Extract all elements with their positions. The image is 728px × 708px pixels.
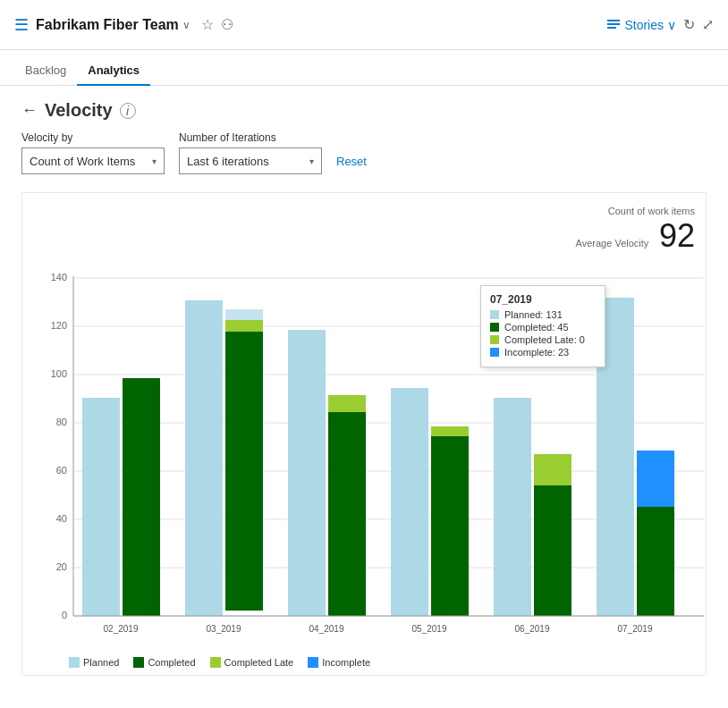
tooltip-completed-late-label: Completed Late: 0 bbox=[504, 334, 585, 345]
velocity-by-filter: Velocity by Count of Work Items ▾ bbox=[21, 131, 165, 174]
chart-legend: Planned Completed Completed Late Incompl… bbox=[33, 657, 695, 668]
bar-incomplete-03-2019 bbox=[225, 309, 263, 320]
tooltip-completed-late-swatch bbox=[490, 335, 499, 344]
iterations-label: Number of Iterations bbox=[179, 131, 322, 144]
bar-group-02-2019[interactable]: 02_2019 bbox=[82, 378, 160, 634]
svg-text:120: 120 bbox=[51, 320, 67, 331]
bar-completed-late-04-2019 bbox=[328, 395, 366, 412]
tooltip-row-planned: Planned: 131 bbox=[490, 309, 596, 320]
svg-rect-0 bbox=[607, 20, 620, 21]
team-members-icon[interactable]: ⚇ bbox=[221, 16, 233, 33]
svg-rect-1 bbox=[607, 23, 620, 25]
bar-completed-04-2019 bbox=[328, 412, 366, 616]
chart-meta: Count of work itemsAverage Velocity 92 bbox=[33, 204, 695, 255]
favorite-icon[interactable]: ☆ bbox=[201, 16, 214, 33]
bar-planned-06-2019 bbox=[494, 398, 531, 616]
help-icon[interactable]: i bbox=[120, 103, 136, 119]
header: ☰ Fabrikam Fiber Team ∨ ☆ ⚇ Stories ∨ ↻ … bbox=[0, 0, 728, 50]
legend-planned: Planned bbox=[69, 657, 119, 668]
velocity-by-chevron-icon: ▾ bbox=[152, 156, 157, 166]
header-actions: Stories ∨ ↻ ⤢ bbox=[606, 16, 714, 33]
chart-svg-wrapper: 07_2019 Planned: 131 Completed: 45 Compl… bbox=[33, 258, 695, 652]
legend-completed-late-label: Completed Late bbox=[224, 657, 294, 668]
svg-text:03_2019: 03_2019 bbox=[207, 624, 241, 634]
stories-chevron-icon: ∨ bbox=[667, 18, 676, 32]
tooltip-incomplete-label: Incomplete: 23 bbox=[504, 347, 569, 358]
velocity-by-label: Velocity by bbox=[21, 131, 165, 144]
bar-completed-late-05-2019 bbox=[431, 426, 469, 436]
velocity-chart: 0 20 40 60 80 100 120 140 bbox=[33, 258, 715, 652]
tooltip-title: 07_2019 bbox=[490, 293, 596, 306]
bar-planned-05-2019 bbox=[391, 388, 428, 616]
bar-group-03-2019[interactable]: 03_2019 bbox=[185, 300, 263, 634]
legend-completed-label: Completed bbox=[148, 657, 195, 668]
expand-icon[interactable]: ⤢ bbox=[702, 16, 714, 33]
bar-group-06-2019[interactable]: 06_2019 bbox=[494, 398, 571, 634]
nav-tabs: Backlog Analytics bbox=[0, 50, 728, 86]
legend-completed-swatch bbox=[133, 657, 144, 668]
legend-incomplete: Incomplete bbox=[308, 657, 370, 668]
bar-completed-02-2019 bbox=[123, 378, 160, 616]
chart-meta-value: 92 bbox=[659, 217, 695, 254]
bar-completed-06-2019 bbox=[534, 485, 571, 616]
svg-text:80: 80 bbox=[56, 417, 67, 427]
svg-text:02_2019: 02_2019 bbox=[104, 624, 139, 634]
tooltip-incomplete-swatch bbox=[490, 348, 499, 357]
legend-planned-swatch bbox=[69, 657, 80, 668]
chart-tooltip: 07_2019 Planned: 131 Completed: 45 Compl… bbox=[480, 285, 605, 367]
filters-row: Velocity by Count of Work Items ▾ Number… bbox=[21, 131, 707, 174]
page-header-row: ← Velocity i bbox=[21, 100, 707, 121]
stories-icon bbox=[606, 18, 621, 32]
tab-analytics[interactable]: Analytics bbox=[77, 56, 150, 86]
svg-text:100: 100 bbox=[51, 368, 67, 379]
bar-planned-02-2019 bbox=[82, 398, 120, 616]
legend-completed-late: Completed Late bbox=[210, 657, 294, 668]
page-title: Velocity bbox=[45, 100, 113, 121]
bar-completed-05-2019 bbox=[431, 436, 469, 616]
svg-text:60: 60 bbox=[56, 465, 67, 476]
tooltip-row-completed: Completed: 45 bbox=[490, 322, 596, 333]
legend-planned-label: Planned bbox=[83, 657, 119, 668]
tooltip-row-completed-late: Completed Late: 0 bbox=[490, 334, 596, 345]
stories-button[interactable]: Stories ∨ bbox=[606, 18, 676, 32]
app-icon: ☰ bbox=[14, 15, 29, 35]
tooltip-planned-label: Planned: 131 bbox=[504, 309, 563, 320]
legend-incomplete-swatch bbox=[308, 657, 318, 668]
bar-group-05-2019[interactable]: 05_2019 bbox=[391, 388, 469, 634]
tab-backlog[interactable]: Backlog bbox=[14, 56, 77, 86]
svg-text:04_2019: 04_2019 bbox=[309, 624, 344, 634]
bar-group-04-2019[interactable]: 04_2019 bbox=[288, 330, 366, 634]
legend-incomplete-label: Incomplete bbox=[322, 657, 370, 668]
tooltip-row-incomplete: Incomplete: 23 bbox=[490, 347, 596, 358]
team-chevron-icon[interactable]: ∨ bbox=[182, 19, 190, 31]
content-area: ← Velocity i Velocity by Count of Work I… bbox=[0, 86, 728, 690]
svg-text:40: 40 bbox=[56, 513, 67, 524]
bar-group-07-2019[interactable]: 07_2019 bbox=[597, 298, 674, 634]
bar-completed-07-2019 bbox=[637, 507, 674, 616]
refresh-icon[interactable]: ↻ bbox=[683, 16, 695, 33]
iterations-select[interactable]: Last 6 iterations ▾ bbox=[179, 148, 322, 174]
stories-label: Stories bbox=[624, 18, 664, 32]
velocity-by-value: Count of Work Items bbox=[30, 155, 135, 168]
bar-planned-03-2019 bbox=[185, 300, 223, 616]
svg-rect-2 bbox=[607, 27, 616, 29]
svg-text:06_2019: 06_2019 bbox=[515, 624, 550, 634]
svg-text:20: 20 bbox=[56, 561, 67, 572]
svg-text:07_2019: 07_2019 bbox=[618, 624, 653, 634]
legend-completed: Completed bbox=[133, 657, 195, 668]
bar-completed-03-2019 bbox=[225, 332, 263, 611]
tooltip-completed-label: Completed: 45 bbox=[504, 322, 569, 333]
tooltip-completed-swatch bbox=[490, 323, 499, 332]
svg-text:05_2019: 05_2019 bbox=[412, 624, 447, 634]
legend-completed-late-swatch bbox=[210, 657, 221, 668]
bar-incomplete-07-2019 bbox=[637, 451, 674, 507]
bar-completed-late-03-2019 bbox=[225, 320, 263, 332]
team-name: Fabrikam Fiber Team bbox=[36, 17, 179, 33]
velocity-by-select[interactable]: Count of Work Items ▾ bbox=[21, 148, 165, 174]
svg-text:0: 0 bbox=[62, 610, 67, 620]
chart-container: Count of work itemsAverage Velocity 92 0… bbox=[21, 192, 707, 676]
back-button[interactable]: ← bbox=[21, 101, 38, 120]
reset-button[interactable]: Reset bbox=[336, 148, 367, 174]
iterations-chevron-icon: ▾ bbox=[309, 156, 314, 166]
bar-completed-late-06-2019 bbox=[534, 454, 571, 485]
